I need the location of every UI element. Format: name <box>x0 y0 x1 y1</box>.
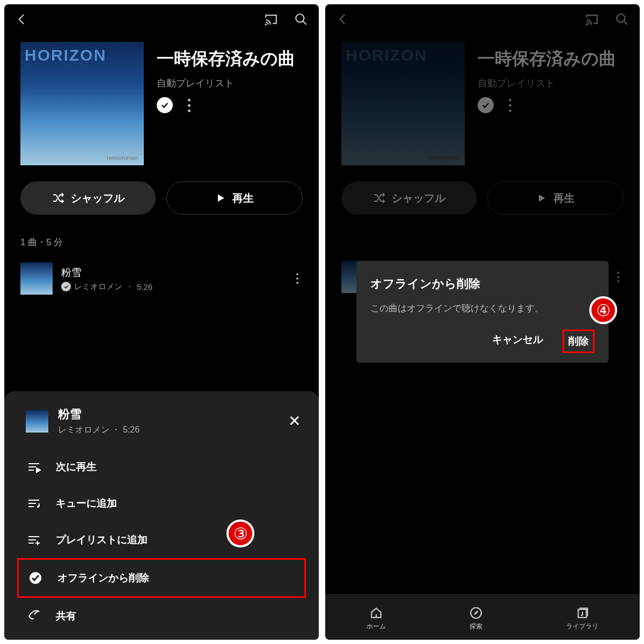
check-icon <box>61 282 71 291</box>
shuffle-button[interactable]: シャッフル <box>20 181 156 215</box>
close-icon[interactable]: ✕ <box>283 409 306 433</box>
menu-share[interactable]: 共有 <box>4 598 319 634</box>
bottom-nav: ホーム 探索 ライブラリ <box>325 594 640 640</box>
play-next-icon <box>26 459 42 474</box>
track-title: 粉雪 <box>61 266 283 280</box>
svg-marker-25 <box>474 611 479 616</box>
shuffle-label: シャッフル <box>71 191 125 206</box>
playlist-meta: 1 曲・5 分 <box>4 215 319 255</box>
play-label: 再生 <box>232 191 254 206</box>
bottom-sheet: 粉雪 レミオロメン ・ 5:26 ✕ 次に再生 キューに追加 プレイリストに追加… <box>4 391 319 640</box>
left-screenshot: HORIZON remioromen 一時保存済みの曲 自動プレイリスト シャッ… <box>4 4 319 640</box>
album-art: HORIZON remioromen <box>20 42 144 165</box>
dialog-title: オフラインから削除 <box>370 276 595 292</box>
svg-point-1 <box>296 14 304 22</box>
menu-add-playlist[interactable]: プレイリストに追加 ③ <box>4 522 319 558</box>
playlist-title: 一時保存済みの曲 <box>157 47 303 70</box>
playlist-add-icon <box>26 532 42 547</box>
right-screenshot: HORIZON remioromen 一時保存済みの曲 自動プレイリスト シャッ… <box>325 4 640 640</box>
confirm-dialog: オフラインから削除 この曲はオフラインで聴けなくなります。 キャンセル 削除 ④ <box>356 261 609 363</box>
more-icon[interactable] <box>188 99 191 112</box>
track-row[interactable]: 粉雪 レミオロメン ・ 5:26 <box>4 255 319 302</box>
svg-marker-3 <box>218 194 224 201</box>
menu-remove-offline[interactable]: オフラインから削除 <box>17 558 306 598</box>
track-more-icon[interactable] <box>292 269 303 288</box>
offline-check-icon <box>27 570 43 586</box>
album-art-text: HORIZON <box>25 46 106 64</box>
search-icon[interactable] <box>294 12 308 28</box>
nav-library[interactable]: ライブラリ <box>566 606 598 631</box>
sheet-header: 粉雪 レミオロメン ・ 5:26 ✕ <box>4 403 319 449</box>
action-buttons: シャッフル 再生 <box>4 165 319 215</box>
menu-play-next[interactable]: 次に再生 <box>4 449 319 485</box>
playlist-subtitle: 自動プレイリスト <box>157 77 303 90</box>
annotation-badge-4: ④ <box>589 296 617 324</box>
track-subtitle: レミオロメン ・ 5:26 <box>61 282 283 292</box>
annotation-badge-3: ③ <box>226 519 254 547</box>
dialog-body: この曲はオフラインで聴けなくなります。 <box>370 302 595 316</box>
playlist-hero: HORIZON remioromen 一時保存済みの曲 自動プレイリスト <box>4 36 319 165</box>
album-art-artist: remioromen <box>107 155 138 161</box>
svg-marker-7 <box>36 468 40 472</box>
nav-explore[interactable]: 探索 <box>469 606 483 631</box>
sheet-title: 粉雪 <box>58 406 273 422</box>
menu-add-queue[interactable]: キューに追加 <box>4 485 319 522</box>
sheet-subtitle: レミオロメン ・ 5:26 <box>58 425 273 436</box>
top-bar <box>4 4 319 36</box>
back-icon[interactable] <box>15 12 29 28</box>
sheet-art <box>26 410 48 433</box>
svg-point-0 <box>266 24 266 25</box>
track-art <box>20 262 53 295</box>
nav-home[interactable]: ホーム <box>367 606 386 631</box>
queue-icon <box>26 496 42 511</box>
cancel-button[interactable]: キャンセル <box>488 330 547 353</box>
play-button[interactable]: 再生 <box>166 181 303 215</box>
share-icon <box>26 609 42 624</box>
svg-line-2 <box>303 21 306 25</box>
dialog-overlay: オフラインから削除 この曲はオフラインで聴けなくなります。 キャンセル 削除 ④ <box>325 4 640 640</box>
saved-badge-icon[interactable] <box>157 97 173 113</box>
cast-icon[interactable] <box>264 12 278 28</box>
delete-button[interactable]: 削除 <box>562 330 595 353</box>
